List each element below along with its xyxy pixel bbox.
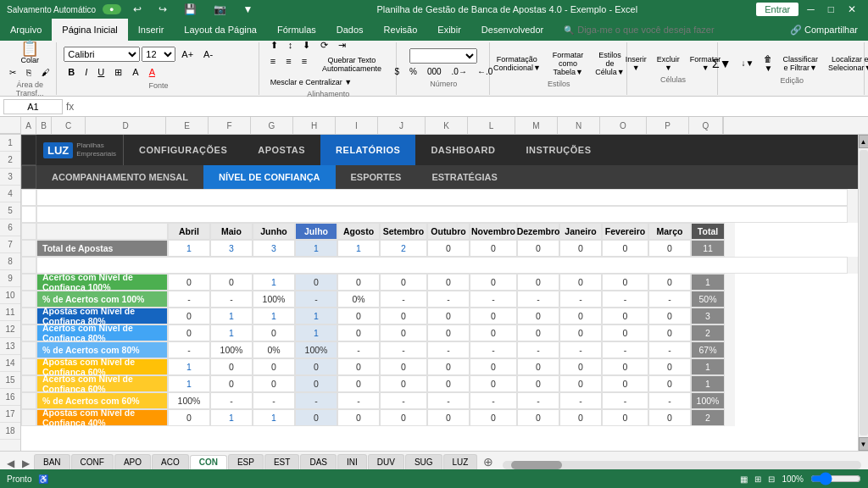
rn-15[interactable]: 15: [0, 372, 20, 389]
col-header-g[interactable]: G: [251, 117, 293, 134]
cell-a1[interactable]: [21, 135, 36, 165]
col-header-h[interactable]: H: [293, 117, 336, 134]
data-cell[interactable]: 0: [427, 308, 470, 324]
tab-inserir[interactable]: Inserir: [128, 19, 175, 41]
data-cell[interactable]: 1: [253, 308, 295, 324]
data-cell[interactable]: 0: [380, 274, 427, 291]
data-cell[interactable]: -: [295, 392, 337, 409]
data-cell[interactable]: 0: [427, 409, 470, 426]
row-num-cell[interactable]: [21, 274, 36, 291]
sheet-tab-aco[interactable]: ACO: [152, 454, 189, 469]
customize-btn[interactable]: ▼: [238, 2, 259, 17]
data-cell[interactable]: 0: [168, 324, 210, 341]
orient-btn[interactable]: ⟳: [316, 38, 332, 53]
data-cell[interactable]: 0: [648, 358, 691, 375]
data-cell[interactable]: -: [517, 291, 559, 308]
page-break-btn[interactable]: ⊟: [768, 474, 775, 484]
h-scrollbar[interactable]: [503, 461, 861, 469]
tab-exibir[interactable]: Exibir: [427, 19, 471, 41]
data-cell[interactable]: 0: [517, 409, 559, 426]
copy-btn[interactable]: ⎘: [22, 66, 36, 79]
data-cell[interactable]: 0: [337, 308, 380, 324]
data-cell[interactable]: 2: [691, 409, 725, 426]
data-cell[interactable]: 1: [168, 240, 210, 257]
add-sheet-btn[interactable]: ⊕: [478, 454, 498, 469]
data-cell[interactable]: 3: [253, 240, 295, 257]
data-cell[interactable]: 0: [470, 375, 517, 392]
data-cell[interactable]: 0: [295, 358, 337, 375]
data-cell[interactable]: -: [648, 291, 691, 308]
data-cell[interactable]: 1: [691, 274, 725, 291]
data-cell[interactable]: 0: [295, 274, 337, 291]
data-cell[interactable]: -: [337, 392, 380, 409]
subnav-acompanhamento[interactable]: ACOMPANHAMENTO MENSAL: [36, 165, 203, 189]
font-shrink-btn[interactable]: A-: [199, 47, 217, 61]
scroll-down-btn[interactable]: ▼: [859, 437, 869, 451]
data-cell[interactable]: 0: [295, 409, 337, 426]
data-cell[interactable]: 0: [517, 308, 559, 324]
vertical-scrollbar[interactable]: ▲ ▼: [858, 135, 868, 451]
col-header-o[interactable]: O: [600, 117, 647, 134]
data-cell[interactable]: 0: [337, 274, 380, 291]
rn-4[interactable]: 4: [0, 186, 20, 202]
row-num-cell[interactable]: [21, 291, 36, 308]
sheet-tab-ban[interactable]: BAN: [34, 454, 70, 469]
data-cell[interactable]: 1: [253, 409, 295, 426]
sheet-tab-ini[interactable]: INI: [337, 454, 367, 469]
data-cell[interactable]: 1: [295, 308, 337, 324]
data-cell[interactable]: 11: [691, 240, 725, 257]
align-center-btn[interactable]: ≡: [281, 54, 295, 75]
clear-btn[interactable]: 🗑▼: [760, 53, 776, 75]
nav-apostas[interactable]: APOSTAS: [242, 135, 320, 165]
name-box[interactable]: [3, 99, 63, 114]
align-bottom-btn[interactable]: ⬇: [298, 38, 314, 53]
data-cell[interactable]: -: [602, 392, 648, 409]
font-family-select[interactable]: Calibri: [64, 47, 140, 62]
data-cell[interactable]: 1: [337, 240, 380, 257]
data-cell[interactable]: 0: [648, 409, 691, 426]
nav-relatorios[interactable]: RELATÓRIOS: [320, 135, 415, 165]
data-cell[interactable]: -: [380, 392, 427, 409]
row-num-cell[interactable]: [21, 409, 36, 426]
data-cell[interactable]: 0: [168, 409, 210, 426]
find-btn[interactable]: Localizar eSelecionar▼: [824, 53, 868, 74]
restore-btn[interactable]: □: [823, 2, 839, 17]
subnav-esportes[interactable]: ESPORTES: [336, 165, 417, 189]
data-cell[interactable]: 0: [602, 324, 648, 341]
data-cell[interactable]: -: [517, 392, 559, 409]
sheet-tab-apo[interactable]: APO: [114, 454, 151, 469]
data-cell[interactable]: -: [210, 392, 253, 409]
camera-btn[interactable]: 📷: [209, 2, 231, 17]
sort-filter-btn[interactable]: Classificare Filtrar▼: [778, 53, 822, 74]
data-cell[interactable]: 0: [253, 324, 295, 341]
data-cell[interactable]: 0: [380, 358, 427, 375]
data-cell[interactable]: 0%: [337, 291, 380, 308]
sheet-tab-luz[interactable]: LUZ: [443, 454, 478, 469]
data-cell[interactable]: -: [168, 341, 210, 358]
subnav-nivel-confianca[interactable]: NÍVEL DE CONFIANÇA: [203, 165, 336, 189]
data-cell[interactable]: 0: [648, 308, 691, 324]
delete-btn[interactable]: Excluir▼: [653, 53, 684, 74]
data-cell[interactable]: 0: [210, 274, 253, 291]
data-cell[interactable]: 0: [602, 409, 648, 426]
col-header-n[interactable]: N: [558, 117, 600, 134]
data-cell[interactable]: -: [210, 291, 253, 308]
data-cell[interactable]: 0: [559, 274, 602, 291]
cell-a4[interactable]: [21, 206, 36, 223]
data-cell[interactable]: 2: [691, 324, 725, 341]
rn-16[interactable]: 16: [0, 389, 20, 406]
data-cell[interactable]: 1: [168, 358, 210, 375]
rn-18[interactable]: 18: [0, 423, 20, 440]
rn-1[interactable]: 1: [0, 135, 20, 152]
data-cell[interactable]: 100%: [295, 341, 337, 358]
redo-btn[interactable]: ↪: [153, 2, 172, 17]
data-cell[interactable]: 1: [168, 375, 210, 392]
data-cell[interactable]: 0: [427, 375, 470, 392]
data-cell[interactable]: 0: [517, 324, 559, 341]
col-header-i[interactable]: I: [336, 117, 378, 134]
data-cell[interactable]: 0: [648, 274, 691, 291]
nav-instrucoes[interactable]: INSTRUÇÕES: [510, 135, 606, 165]
data-cell[interactable]: 1: [210, 324, 253, 341]
data-cell[interactable]: 2: [380, 240, 427, 257]
row3-content[interactable]: [36, 189, 848, 206]
